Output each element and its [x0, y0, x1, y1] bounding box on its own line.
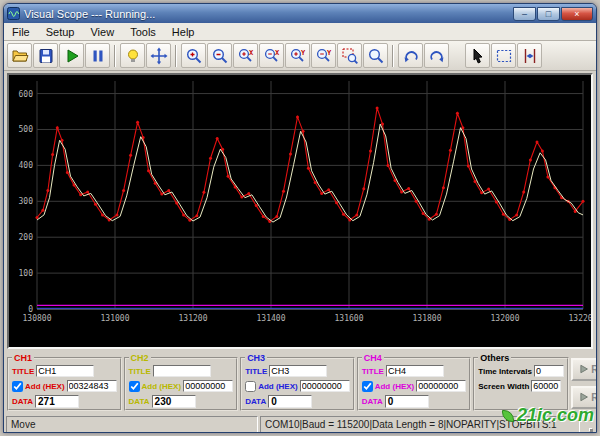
add-hex-label: Add (HEX)	[375, 382, 415, 391]
menu-view[interactable]: View	[82, 25, 122, 39]
svg-text:132000: 132000	[491, 314, 520, 323]
zoom-x-out-button[interactable]: X	[259, 43, 284, 68]
data-label: DATA	[362, 397, 383, 406]
cursors-button[interactable]	[517, 43, 542, 68]
window-title: Visual Scope --- Running...	[24, 8, 512, 20]
menu-tools[interactable]: Tools	[122, 25, 164, 39]
time-intervals-label: Time Intervals	[478, 367, 532, 376]
ch2-title-input[interactable]	[153, 365, 211, 377]
data-label: DATA	[12, 397, 33, 406]
run-column: RUN RUN	[571, 353, 597, 413]
redo-arrow-icon	[428, 47, 446, 65]
undo-button[interactable]	[398, 43, 423, 68]
screen-width-input[interactable]	[531, 380, 561, 392]
pointer-button[interactable]	[465, 43, 490, 68]
svg-text:200: 200	[19, 233, 34, 242]
run-mini-icon	[579, 392, 588, 402]
minimize-button[interactable]: –	[513, 7, 536, 21]
ch3-add-hex-checkbox[interactable]	[245, 381, 256, 392]
zoom-reset-button[interactable]	[363, 43, 388, 68]
ch3-title-input[interactable]	[269, 365, 327, 377]
watermark-leaf-icon	[502, 410, 514, 422]
ch1-data-value: 271	[35, 395, 79, 408]
zoom-y-in-button[interactable]: Y	[285, 43, 310, 68]
title-label: TITLE	[12, 367, 34, 376]
ch1-add-hex-checkbox[interactable]	[12, 381, 23, 392]
ch1-add-hex-input[interactable]	[67, 380, 117, 392]
run-mini-icon	[579, 364, 588, 374]
channel-caption: CH4	[362, 353, 384, 363]
add-hex-label: Add (HEX)	[25, 382, 65, 391]
watermark: 21ic.com	[502, 405, 594, 426]
ch2-add-hex-input[interactable]	[183, 380, 233, 392]
maximize-button[interactable]: □	[537, 7, 560, 21]
toolbar-separator	[175, 45, 177, 67]
zoom-in-button[interactable]	[181, 43, 206, 68]
add-hex-label: Add (HEX)	[142, 382, 182, 391]
screen-width-label: Screen Width	[478, 382, 529, 391]
redo-button[interactable]	[424, 43, 449, 68]
measure-cursors-icon	[521, 47, 539, 65]
channel-box-ch4: CH4 TITLE Add (HEX) DATA0	[357, 353, 472, 411]
ch3-add-hex-input[interactable]	[300, 380, 350, 392]
zoom-out-button[interactable]	[207, 43, 232, 68]
save-button[interactable]	[33, 43, 58, 68]
svg-text:131000: 131000	[101, 314, 130, 323]
undo-arrow-icon	[402, 47, 420, 65]
pan-button[interactable]	[146, 43, 171, 68]
toolbar-separator	[392, 45, 394, 67]
svg-text:131200: 131200	[179, 314, 208, 323]
svg-text:500: 500	[19, 125, 34, 134]
title-label: TITLE	[129, 367, 151, 376]
select-region-button[interactable]	[491, 43, 516, 68]
zoom-window-button[interactable]	[337, 43, 362, 68]
save-icon	[37, 47, 55, 65]
channel-box-ch1: CH1 TITLE Add (HEX) DATA271	[7, 353, 122, 411]
svg-text:600: 600	[19, 90, 34, 99]
title-label: TITLE	[362, 367, 384, 376]
zoom-y-out-button[interactable]: Y	[311, 43, 336, 68]
ch2-add-hex-checkbox[interactable]	[129, 381, 140, 392]
zoom-out-icon	[211, 47, 229, 65]
close-button[interactable]: ×	[561, 7, 593, 21]
run-button-1[interactable]: RUN	[571, 358, 597, 381]
svg-text:Y: Y	[327, 49, 332, 57]
svg-text:Y: Y	[301, 49, 306, 57]
menu-help[interactable]: Help	[164, 25, 203, 39]
ch4-add-hex-checkbox[interactable]	[362, 381, 373, 392]
menu-setup[interactable]: Setup	[38, 25, 83, 39]
toolbar: X X Y Y	[4, 41, 596, 71]
ch4-add-hex-input[interactable]	[416, 380, 466, 392]
svg-text:X: X	[249, 49, 254, 57]
zoom-x-out-icon: X	[263, 47, 281, 65]
light-button[interactable]	[120, 43, 145, 68]
zoom-x-in-button[interactable]: X	[233, 43, 258, 68]
titlebar[interactable]: Visual Scope --- Running... – □ ×	[4, 4, 596, 23]
scope-plot[interactable]: 1308001310001312001314001316001318001320…	[7, 73, 593, 349]
open-button[interactable]	[7, 43, 32, 68]
run-button[interactable]	[59, 43, 84, 68]
svg-text:0: 0	[28, 305, 33, 314]
zoom-x-in-icon: X	[237, 47, 255, 65]
ch4-title-input[interactable]	[386, 365, 444, 377]
run-button-label: RUN	[591, 392, 597, 403]
channel-box-ch3: CH3 TITLE Add (HEX) DATA0	[240, 353, 355, 411]
ch3-data-value: 0	[268, 395, 312, 408]
time-intervals-input[interactable]	[534, 365, 564, 377]
svg-text:132200: 132200	[569, 314, 591, 323]
channel-caption: CH2	[129, 353, 151, 363]
svg-text:130800: 130800	[23, 314, 52, 323]
app-window: Visual Scope --- Running... – □ × File S…	[3, 3, 597, 433]
cursor-arrow-icon	[469, 47, 487, 65]
svg-text:131400: 131400	[257, 314, 286, 323]
menu-file[interactable]: File	[4, 25, 38, 39]
svg-text:300: 300	[19, 197, 34, 206]
channel-caption: CH1	[12, 353, 34, 363]
ch1-title-input[interactable]	[36, 365, 94, 377]
svg-text:X: X	[275, 49, 280, 57]
scope-chart[interactable]: 1308001310001312001314001316001318001320…	[9, 75, 591, 347]
run-button-label: RUN	[591, 364, 597, 375]
pause-button[interactable]	[85, 43, 110, 68]
watermark-text: 21ic.com	[517, 405, 594, 426]
others-box: Others Time Intervals Screen Width	[473, 353, 569, 411]
